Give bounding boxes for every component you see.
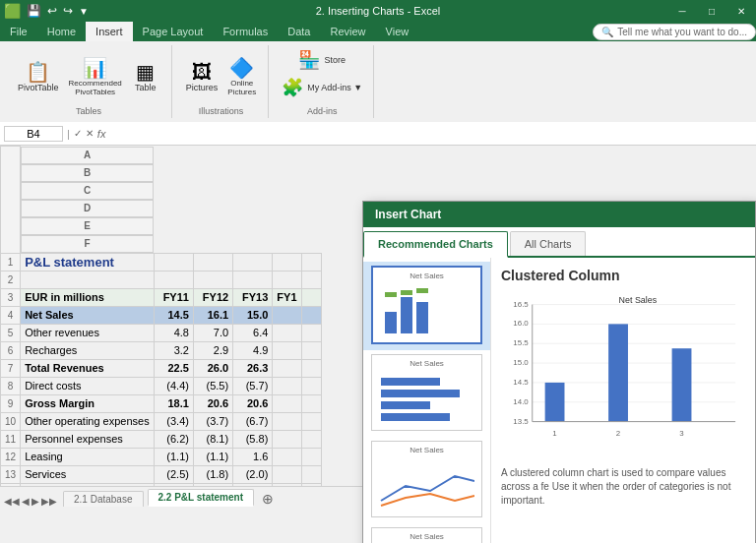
- tab-insert[interactable]: Insert: [86, 22, 133, 41]
- cell[interactable]: (2.0): [233, 465, 273, 483]
- dialog-tab-allcharts[interactable]: All Charts: [510, 231, 587, 256]
- cell[interactable]: [193, 253, 232, 271]
- col-header-a[interactable]: A: [21, 147, 154, 164]
- store-button[interactable]: 🏪 Store: [295, 47, 348, 73]
- cell[interactable]: 14.5: [154, 306, 193, 324]
- cell[interactable]: (2.4): [193, 483, 232, 486]
- cell[interactable]: 4.9: [233, 341, 273, 359]
- cell[interactable]: (6.7): [233, 412, 273, 430]
- sheet-tab-database[interactable]: 2.1 Database: [63, 491, 144, 507]
- cell[interactable]: [273, 430, 301, 448]
- cell[interactable]: [301, 253, 321, 271]
- cell[interactable]: [301, 324, 321, 341]
- tab-home[interactable]: Home: [37, 22, 86, 41]
- formula-input[interactable]: Net Sales: [109, 127, 752, 141]
- sheet-scroll-left[interactable]: ◀◀: [4, 496, 20, 507]
- dialog-tab-recommended[interactable]: Recommended Charts: [363, 231, 508, 258]
- col-header-b[interactable]: B: [21, 164, 154, 182]
- cell[interactable]: [273, 394, 301, 412]
- pivottable-button[interactable]: 📋 PivotTable: [14, 60, 63, 94]
- cell[interactable]: (3.7): [193, 412, 232, 430]
- cell[interactable]: [233, 271, 273, 288]
- cell[interactable]: [273, 412, 301, 430]
- cell[interactable]: [273, 341, 301, 359]
- cell[interactable]: (5.5): [193, 377, 232, 394]
- cell[interactable]: (4.4): [154, 377, 193, 394]
- cell[interactable]: [301, 288, 321, 306]
- my-addins-button[interactable]: 🧩 My Add-ins ▼: [279, 75, 365, 100]
- cell[interactable]: P&L statement: [21, 253, 155, 271]
- cell[interactable]: [193, 271, 232, 288]
- minimize-button[interactable]: ─: [667, 0, 697, 22]
- cell[interactable]: [154, 253, 193, 271]
- sheet-tab-pl[interactable]: 2.2 P&L statement: [148, 489, 255, 507]
- cell[interactable]: Gross Margin: [21, 394, 155, 412]
- maximize-button[interactable]: □: [697, 0, 726, 22]
- cell[interactable]: Other operating expenses: [21, 412, 155, 430]
- cell[interactable]: [273, 448, 301, 465]
- cell[interactable]: (2.5): [233, 483, 273, 486]
- cell[interactable]: Total Revenues: [21, 359, 155, 377]
- cell[interactable]: Travel costs: [21, 483, 155, 486]
- tab-data[interactable]: Data: [278, 22, 320, 41]
- cell[interactable]: (6.2): [154, 430, 193, 448]
- cell[interactable]: 7.0: [193, 324, 232, 341]
- cell[interactable]: EUR in millions: [21, 288, 155, 306]
- close-button[interactable]: ✕: [726, 0, 756, 22]
- cell[interactable]: [273, 465, 301, 483]
- undo-icon[interactable]: ↩: [47, 4, 57, 18]
- chart-thumb-pie[interactable]: Net Sales: [363, 523, 490, 543]
- cell[interactable]: 3.2: [154, 341, 193, 359]
- cell[interactable]: 22.5: [154, 359, 193, 377]
- cell[interactable]: 20.6: [193, 394, 232, 412]
- cell[interactable]: [301, 341, 321, 359]
- tab-review[interactable]: Review: [320, 22, 375, 41]
- cell[interactable]: [301, 483, 321, 486]
- cell-reference[interactable]: [4, 126, 63, 142]
- chart-thumb-hbar[interactable]: Net Sales: [363, 350, 490, 437]
- online-pictures-button[interactable]: 🔷 OnlinePictures: [223, 56, 260, 98]
- cell[interactable]: FY13: [233, 288, 273, 306]
- pictures-button[interactable]: 🖼 Pictures: [182, 60, 222, 94]
- tab-view[interactable]: View: [376, 22, 419, 41]
- cell[interactable]: [273, 271, 301, 288]
- cell[interactable]: [233, 253, 273, 271]
- cell[interactable]: [301, 430, 321, 448]
- tab-formulas[interactable]: Formulas: [213, 22, 278, 41]
- sheet-scroll-right[interactable]: ▶▶: [41, 496, 57, 507]
- cell[interactable]: (3.4): [154, 412, 193, 430]
- recommended-pivottables-button[interactable]: 📊 RecommendedPivotTables: [65, 56, 126, 98]
- cell[interactable]: Recharges: [21, 341, 155, 359]
- cell[interactable]: (5.7): [233, 377, 273, 394]
- cell[interactable]: 20.6: [233, 394, 273, 412]
- cell[interactable]: [273, 483, 301, 486]
- add-sheet-button[interactable]: ⊕: [258, 491, 278, 507]
- cell[interactable]: [301, 377, 321, 394]
- cell[interactable]: [273, 324, 301, 341]
- cell[interactable]: 26.3: [233, 359, 273, 377]
- table-button[interactable]: ▦ Table: [128, 60, 163, 94]
- tab-pagelayout[interactable]: Page Layout: [133, 22, 214, 41]
- sheet-scroll-next[interactable]: ▶: [32, 496, 39, 507]
- tell-me-bar[interactable]: 🔍 Tell me what you want to do...: [593, 24, 756, 40]
- col-header-c[interactable]: C: [21, 182, 154, 200]
- cell[interactable]: (2.5): [154, 465, 193, 483]
- cell[interactable]: 16.1: [193, 306, 232, 324]
- chart-thumb-line[interactable]: Net Sales: [363, 437, 490, 523]
- cell[interactable]: (1.8): [193, 465, 232, 483]
- cell[interactable]: [301, 448, 321, 465]
- cell[interactable]: [273, 306, 301, 324]
- col-header-d[interactable]: D: [21, 200, 154, 217]
- cell[interactable]: (1.8): [154, 483, 193, 486]
- cell[interactable]: Net Sales: [21, 306, 155, 324]
- cell[interactable]: 2.9: [193, 341, 232, 359]
- col-header-e[interactable]: E: [21, 217, 154, 235]
- col-header-f[interactable]: F: [21, 235, 154, 253]
- cell[interactable]: (1.1): [193, 448, 232, 465]
- cell[interactable]: [301, 465, 321, 483]
- cell[interactable]: [154, 271, 193, 288]
- cell[interactable]: 15.0: [233, 306, 273, 324]
- cell[interactable]: [273, 253, 301, 271]
- cell[interactable]: Direct costs: [21, 377, 155, 394]
- cell[interactable]: FY12: [193, 288, 232, 306]
